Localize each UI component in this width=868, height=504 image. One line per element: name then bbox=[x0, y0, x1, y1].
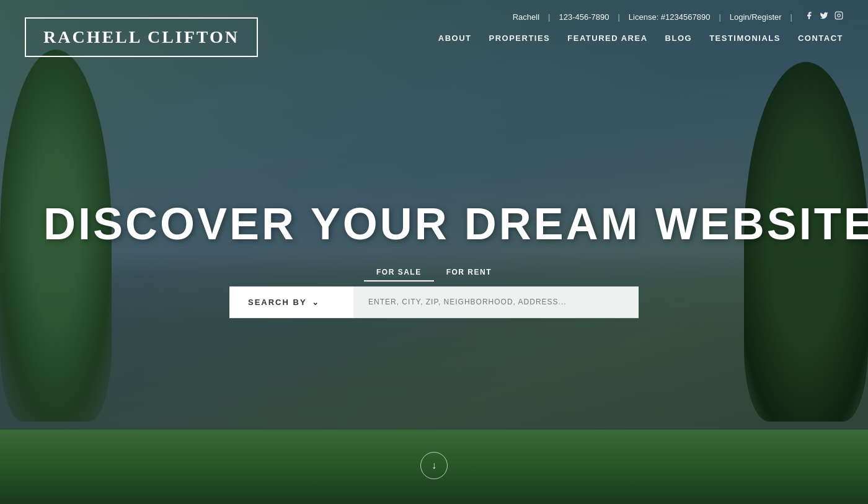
logo-area: RACHELL CLIFTON bbox=[25, 17, 258, 57]
search-tabs: FOR SALE FOR RENT bbox=[43, 264, 825, 281]
nav-about[interactable]: ABOUT bbox=[438, 33, 472, 43]
hero-section: RACHELL CLIFTON Rachell | 123-456-7890 |… bbox=[0, 0, 868, 504]
phone-number[interactable]: 123-456-7890 bbox=[559, 12, 609, 22]
search-by-button[interactable]: SEARCH BY ⌄ bbox=[229, 286, 353, 318]
search-bar: SEARCH BY ⌄ bbox=[43, 286, 825, 318]
social-icons bbox=[805, 11, 843, 22]
separator-3: | bbox=[719, 12, 720, 22]
logo-box[interactable]: RACHELL CLIFTON bbox=[25, 17, 258, 57]
chevron-down-icon: ⌄ bbox=[312, 298, 320, 307]
top-bar-info: Rachell | 123-456-7890 | License: #12345… bbox=[513, 12, 796, 22]
search-input[interactable] bbox=[353, 286, 639, 318]
scroll-down-button[interactable]: ↓ bbox=[420, 452, 448, 479]
nav-blog[interactable]: BLOG bbox=[665, 33, 693, 43]
nav-contact[interactable]: CONTACT bbox=[798, 33, 843, 43]
scroll-down-arrow: ↓ bbox=[432, 461, 436, 471]
search-by-label: SEARCH BY bbox=[248, 298, 307, 307]
separator-2: | bbox=[618, 12, 619, 22]
hero-content: DISCOVER YOUR DREAM WEBSITE FOR SALE FOR… bbox=[43, 198, 825, 318]
instagram-icon[interactable] bbox=[835, 11, 843, 22]
agent-name: Rachell bbox=[513, 12, 539, 22]
nav-properties[interactable]: PROPERTIES bbox=[489, 33, 550, 43]
tab-for-sale[interactable]: FOR SALE bbox=[364, 264, 434, 281]
logo-text: RACHELL CLIFTON bbox=[43, 27, 239, 46]
twitter-icon[interactable] bbox=[820, 11, 828, 22]
hero-title: DISCOVER YOUR DREAM WEBSITE bbox=[43, 198, 825, 249]
nav-featured-area[interactable]: FEATURED AREA bbox=[567, 33, 647, 43]
license-number: License: #1234567890 bbox=[629, 12, 711, 22]
tab-for-rent[interactable]: FOR RENT bbox=[434, 264, 504, 281]
header: RACHELL CLIFTON Rachell | 123-456-7890 |… bbox=[0, 0, 868, 48]
separator-1: | bbox=[548, 12, 550, 22]
svg-rect-0 bbox=[835, 12, 843, 19]
login-register-link[interactable]: Login/Register bbox=[730, 12, 782, 22]
nav-testimonials[interactable]: TESTIMONIALS bbox=[709, 33, 781, 43]
facebook-icon[interactable] bbox=[805, 11, 813, 22]
separator-4: | bbox=[790, 12, 792, 22]
